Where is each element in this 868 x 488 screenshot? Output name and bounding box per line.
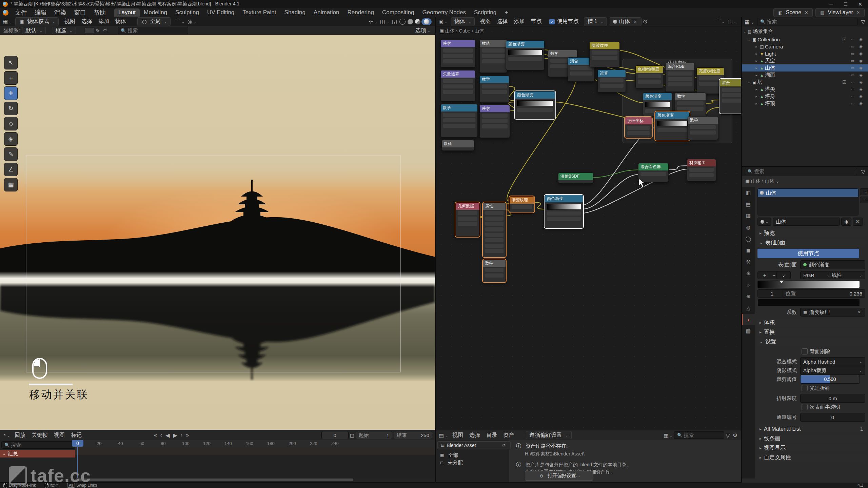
viewport-visibility-icon[interactable]: ▭	[851, 66, 854, 70]
channel-search-input[interactable]: 🔍 搜索	[1, 441, 75, 449]
workspace-tab-7[interactable]: Rendering	[343, 8, 378, 17]
timeline-ruler[interactable]: 020406080100120140160180200220240	[75, 440, 435, 447]
orientation-value-dropdown[interactable]: 默认⌄	[22, 27, 46, 34]
node-数学[interactable]: 数学	[483, 259, 506, 282]
viewport-visibility-icon[interactable]: ▭	[851, 52, 854, 56]
node-颜色渐变[interactable]: 颜色渐变	[545, 195, 583, 228]
active-tool-dropdown[interactable]: 框选⌄	[52, 27, 76, 34]
use-nodes-toggle[interactable]: ✓ 使用节点	[549, 18, 578, 25]
transform-orientation-dropdown[interactable]: ◯ 全局⌄	[137, 17, 171, 26]
current-frame-field[interactable]: 0	[321, 431, 349, 439]
render-visibility-icon[interactable]: ◉	[859, 94, 863, 99]
blender-menu-icon[interactable]	[3, 10, 8, 16]
outliner-row-塔身[interactable]: ▸▲塔身▭◉	[742, 93, 868, 100]
playback-button-3[interactable]: ▶	[172, 432, 178, 439]
tool-rotate[interactable]: ↻	[4, 102, 18, 115]
node-editor-menu-0[interactable]: 视图	[477, 18, 494, 25]
disclosure-icon[interactable]: ▸	[754, 95, 759, 98]
disclosure-icon[interactable]: ⌄	[747, 80, 751, 84]
editor-type-icon[interactable]: ▦⌄	[0, 18, 13, 25]
workspace-tab-5[interactable]: Shading	[280, 8, 310, 17]
node-漫射BSDF[interactable]: 漫射BSDF	[558, 172, 593, 183]
workspace-tab-9[interactable]: Geometry Nodes	[418, 8, 470, 17]
node-纹理坐标[interactable]: 纹理坐标	[625, 117, 652, 138]
tool-tweak[interactable]: ↖	[4, 56, 18, 69]
disclosure-icon[interactable]: ▸	[754, 66, 759, 70]
node-混合[interactable]: 混合	[719, 79, 741, 114]
render-visibility-icon[interactable]: ◉	[859, 59, 863, 63]
playback-button-0[interactable]: «	[153, 432, 158, 438]
gear-icon[interactable]: ⚙	[731, 432, 741, 439]
node-映射[interactable]: 映射	[479, 105, 510, 138]
material-selector[interactable]: 山体✕	[610, 17, 642, 26]
disclosure-icon[interactable]: ▸	[754, 102, 759, 105]
shader-type-dropdown[interactable]: 物体⌄	[451, 17, 475, 26]
workspace-tab-2[interactable]: Sculpting	[171, 8, 203, 17]
colorramp-gradient[interactable]	[508, 49, 542, 55]
mode-dropdown[interactable]: ▣ 物体模式⌄	[15, 17, 59, 26]
viewport-menu-3[interactable]: 物体	[112, 18, 129, 25]
outliner-row-湖面[interactable]: ▸▲湖面▭◉	[742, 72, 868, 79]
blender-logo-icon[interactable]	[3, 2, 8, 7]
node-属性[interactable]: 属性	[483, 202, 506, 257]
library-dropdown[interactable]: ▤Blender Asset ⟳	[437, 441, 511, 449]
collection-checkbox-icon[interactable]: ☑	[842, 37, 846, 42]
display-mode-icon[interactable]: ▦⌄	[662, 432, 674, 439]
playback-button-1[interactable]: ‹	[159, 432, 163, 438]
open-preferences-button[interactable]: ⚙ 打开偏好设置...	[525, 471, 593, 481]
node-材质输出[interactable]: 材质输出	[687, 159, 716, 181]
colorramp-gradient[interactable]	[645, 102, 670, 107]
lock-range-icon[interactable]: ◻	[349, 432, 356, 439]
viewport-visibility-icon[interactable]: ▭	[851, 80, 854, 84]
shading-solid-icon[interactable]	[408, 19, 413, 24]
panel-自定义属性[interactable]: ▸自定义属性	[757, 453, 866, 462]
xray-icon[interactable]: ◱	[391, 18, 398, 25]
editor-type-icon[interactable]: ◉⌄	[436, 18, 449, 25]
menu-1[interactable]: 编辑	[31, 8, 51, 17]
panel-视图显示[interactable]: ▸视图显示	[757, 444, 866, 452]
render-visibility-icon[interactable]: ◉	[859, 87, 863, 92]
brush-falloff-icon[interactable]: ◠	[101, 27, 109, 34]
tool-transform[interactable]: ◈	[4, 132, 18, 146]
snap-magnet-icon[interactable]: ⌒⌄	[174, 18, 186, 25]
summary-channel-row[interactable]: ⌄ 汇总	[0, 450, 78, 458]
playback-button-5[interactable]: »	[184, 432, 190, 438]
slot-dropdown[interactable]: 槽 1⌄	[584, 17, 607, 26]
pin-icon[interactable]: ⊙	[642, 18, 649, 25]
node-颜色渐变[interactable]: 颜色渐变	[655, 111, 690, 141]
timeline-menu-0[interactable]: 回放	[12, 432, 28, 439]
playhead-badge[interactable]: 0	[72, 440, 83, 447]
overlays-icon[interactable]: ◫⌄	[379, 18, 391, 25]
node-颜色渐变[interactable]: 颜色渐变	[506, 40, 545, 70]
playback-button-4[interactable]: ›	[179, 432, 184, 438]
menu-2[interactable]: 渲染	[51, 8, 70, 17]
viewport-menu-1[interactable]: 选择	[78, 18, 95, 25]
viewport-visibility-icon[interactable]: ▭	[851, 37, 854, 42]
proportional-edit-icon[interactable]: ◎⌄	[186, 18, 198, 25]
workspace-tab-0[interactable]: Layout	[114, 8, 140, 17]
disclosure-icon[interactable]: ⌄	[747, 38, 751, 41]
timeline-menu-2[interactable]: 视图	[51, 432, 68, 439]
asset-menu-1[interactable]: 选择	[466, 432, 483, 439]
disclosure-icon[interactable]: ▸	[754, 45, 759, 48]
disclosure-icon[interactable]: ▸	[754, 87, 759, 91]
tool-annotate[interactable]: ✎	[4, 147, 18, 161]
timeline-menu-3[interactable]: 标记	[68, 432, 85, 439]
outliner-row-塔顶[interactable]: ▸▲塔顶▭◉	[742, 100, 868, 107]
viewlayer-selector[interactable]: ▥ ViewLayer✕	[815, 8, 865, 17]
colorramp-gradient[interactable]	[517, 100, 553, 106]
node-editor-menu-3[interactable]: 节点	[528, 18, 545, 25]
colorramp-gradient[interactable]	[657, 121, 688, 126]
asset-menu-3[interactable]: 资产	[500, 432, 517, 439]
annotate-color-chip[interactable]	[85, 28, 94, 33]
workspace-tab-8[interactable]: Compositing	[378, 8, 418, 17]
workspace-tab-4[interactable]: Texture Paint	[238, 8, 280, 17]
workspace-tab-11[interactable]: +	[500, 8, 512, 17]
outliner-row-塔[interactable]: ⌄▣塔☑▭◉	[742, 79, 868, 86]
workspace-tab-10[interactable]: Scripting	[470, 8, 500, 17]
tool-scale[interactable]: ◇	[4, 117, 18, 130]
node-混合RGB[interactable]: 混合RGB	[665, 63, 695, 92]
outliner-row-Camera[interactable]: ▸◫Camera▭◉	[742, 43, 868, 50]
render-visibility-icon[interactable]: ◉	[859, 80, 863, 84]
outliner-row-山体[interactable]: ▸▲山体▭◉	[742, 64, 868, 72]
